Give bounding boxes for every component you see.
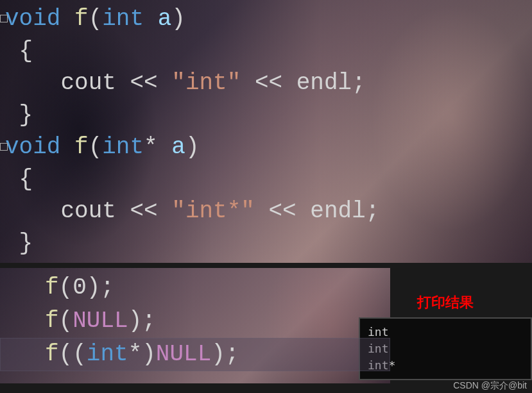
string-literal: "int" (171, 70, 241, 96)
code-line: { (0, 35, 532, 67)
pointer-star: * (128, 341, 142, 367)
function-call: f (45, 308, 59, 334)
keyword-void: void (5, 6, 60, 32)
code-line: cout << "int*" << endl; (0, 196, 532, 228)
semicolon: ; (142, 308, 156, 334)
code-line: void f(int a) (0, 3, 532, 35)
console-line: int (368, 340, 523, 357)
code-line: cout << "int" << endl; (0, 67, 532, 99)
parameter: a (171, 134, 185, 160)
code-editor-panel-2: f(0); f(NULL); f((int*)NULL); (0, 268, 390, 383)
function-name: f (74, 134, 89, 160)
paren-open: ( (89, 134, 103, 160)
identifier-cout: cout (60, 70, 116, 96)
keyword-int: int (87, 341, 128, 367)
paren-open: ( (89, 6, 103, 32)
paren-open: ( (59, 341, 73, 367)
paren-close: ) (171, 6, 185, 32)
semicolon: ; (366, 198, 380, 224)
console-line: int (368, 324, 523, 340)
operator-lshift: << (130, 70, 157, 96)
function-call: f (45, 341, 59, 367)
brace-close: } (19, 102, 33, 128)
operator-lshift: << (130, 198, 157, 224)
keyword-void: void (5, 134, 60, 160)
semicolon: ; (100, 274, 114, 301)
function-call: f (45, 274, 59, 301)
cast-paren-open: ( (73, 341, 87, 367)
macro-null: NULL (156, 341, 211, 367)
parameter: a (158, 6, 172, 32)
pointer-star: * (144, 134, 158, 160)
fold-box-icon[interactable] (0, 143, 8, 151)
fold-box-icon[interactable] (0, 15, 8, 22)
brace-close: } (19, 230, 33, 256)
keyword-int: int (102, 6, 144, 32)
argument: 0 (73, 274, 87, 301)
identifier-endl: endl (310, 198, 365, 224)
code-line: } (0, 228, 532, 260)
paren-close: ) (185, 134, 200, 160)
function-name: f (74, 6, 89, 32)
paren-close: ) (128, 308, 142, 334)
code-editor-panel-1: void f(int a) { cout << "int" << endl; }… (0, 0, 532, 263)
identifier-endl: endl (296, 70, 352, 96)
console-line: int* (368, 357, 523, 374)
semicolon: ; (225, 341, 239, 367)
operator-lshift: << (269, 198, 296, 224)
code-line: void f(int* a) (0, 131, 532, 163)
semicolon: ; (352, 70, 366, 96)
paren-close: ) (87, 274, 101, 301)
cast-paren-close: ) (142, 341, 156, 367)
macro-null: NULL (73, 308, 128, 334)
code-line: f(0); (0, 271, 390, 305)
paren-open: ( (59, 308, 73, 334)
brace-open: { (19, 166, 33, 192)
identifier-cout: cout (60, 198, 116, 224)
code-line: { (0, 163, 532, 196)
keyword-int: int (102, 134, 144, 160)
paren-open: ( (59, 274, 73, 301)
code-line: f(NULL); (0, 305, 390, 338)
paren-close: ) (211, 341, 225, 367)
code-line-current: f((int*)NULL); (0, 338, 390, 371)
operator-lshift: << (255, 70, 282, 96)
string-literal: "int*" (171, 198, 255, 224)
code-line: } (0, 99, 532, 131)
brace-open: { (19, 38, 33, 64)
watermark: CSDN @宗介@bit (453, 380, 527, 392)
